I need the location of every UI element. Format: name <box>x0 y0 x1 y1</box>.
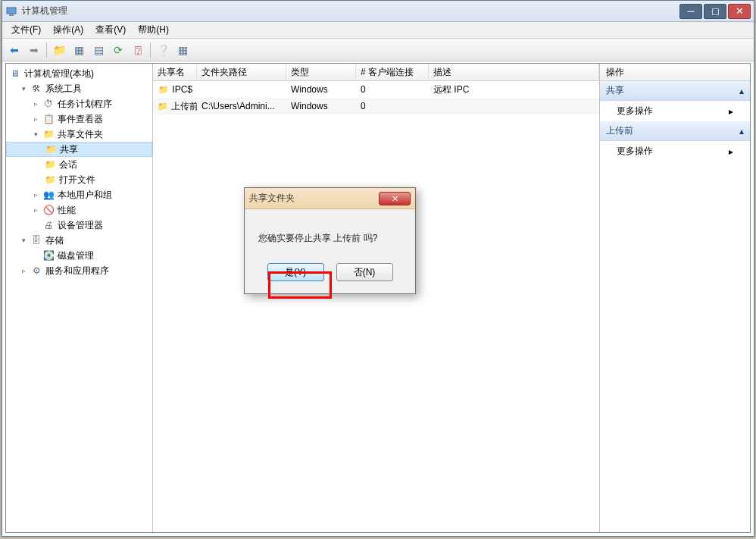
tree-disk[interactable]: 💽 磁盘管理 <box>6 248 152 263</box>
tree-label: 设备管理器 <box>58 219 103 232</box>
toolbar: ⬅ ➡ 📁 ▦ ▤ ⟳ ⍰ ❔ ▦ <box>2 39 754 61</box>
forward-button[interactable]: ➡ <box>25 41 43 59</box>
properties-button[interactable]: ⍰ <box>129 41 147 59</box>
share-row-icon: 📁 <box>158 83 169 96</box>
show-hide-button[interactable]: ▦ <box>70 41 88 59</box>
tree-sessions[interactable]: 📁 会话 <box>6 157 152 172</box>
yes-button[interactable]: 是(Y) <box>267 263 324 281</box>
tree-event[interactable]: ▹ 📋 事件查看器 <box>6 111 152 127</box>
col-type[interactable]: 类型 <box>286 64 356 80</box>
openfiles-icon: 📁 <box>44 174 56 186</box>
toggle-icon[interactable]: ▹ <box>20 267 28 275</box>
extra-button[interactable]: ▦ <box>173 41 192 59</box>
toggle-icon[interactable]: ▹ <box>32 191 40 199</box>
disk-icon: 💽 <box>42 249 55 262</box>
toggle-icon[interactable]: ▾ <box>20 85 28 93</box>
menu-help[interactable]: 帮助(H) <box>132 22 175 38</box>
confirm-dialog: 共享文件夹 ✕ 您确实要停止共享 上传前 吗? 是(Y) 否(N) <box>244 187 416 294</box>
dialog-titlebar[interactable]: 共享文件夹 ✕ <box>245 188 415 209</box>
tree-label: 共享 <box>60 143 78 156</box>
tree-systools[interactable]: ▾ 🛠 系统工具 <box>6 81 152 96</box>
no-button[interactable]: 否(N) <box>336 263 393 281</box>
tree-label: 存储 <box>45 234 64 247</box>
cell-path <box>197 88 286 91</box>
minimize-button[interactable]: ─ <box>679 4 702 19</box>
refresh-button[interactable]: ⟳ <box>109 41 127 59</box>
action-more-2[interactable]: 更多操作 ▸ <box>600 141 750 161</box>
close-button[interactable]: ✕ <box>728 4 751 19</box>
dialog-title: 共享文件夹 <box>249 192 379 205</box>
toggle-icon[interactable]: ▹ <box>32 115 40 124</box>
toolbar-separator <box>46 42 47 58</box>
menu-action[interactable]: 操作(A) <box>47 22 89 38</box>
toggle-icon[interactable]: ▹ <box>32 100 40 108</box>
action-group-shares[interactable]: 共享 ▴ <box>600 81 750 101</box>
action-group-upload[interactable]: 上传前 ▴ <box>600 121 750 141</box>
actions-panel: 操作 共享 ▴ 更多操作 ▸ 上传前 ▴ 更多操作 ▸ <box>600 64 750 532</box>
tree-storage[interactable]: ▾ 🗄 存储 <box>6 233 152 248</box>
cell-name: 📁 IPC$ <box>153 82 197 97</box>
tree-label: 任务计划程序 <box>58 98 112 111</box>
list-row[interactable]: 📁 上传前 C:\Users\Admini... Windows 0 <box>153 98 599 114</box>
tree-services[interactable]: ▹ ⚙ 服务和应用程序 <box>6 263 152 278</box>
tree-label: 会话 <box>59 158 77 171</box>
dialog-message: 您确实要停止共享 上传前 吗? <box>245 209 415 259</box>
collapse-icon: ▴ <box>739 86 744 96</box>
collapse-icon: ▴ <box>739 126 744 136</box>
tree-shares[interactable]: 📁 共享 <box>6 142 152 157</box>
back-button[interactable]: ⬅ <box>5 41 23 59</box>
tree-perf[interactable]: ▹ 🚫 性能 <box>6 202 152 218</box>
toggle-icon[interactable]: ▹ <box>32 206 40 215</box>
toolbar-separator-2 <box>150 42 151 58</box>
toggle-icon[interactable]: ▾ <box>32 130 40 139</box>
col-clients[interactable]: # 客户端连接 <box>356 64 429 80</box>
actions-title: 操作 <box>600 64 750 81</box>
maximize-button[interactable]: ◻ <box>704 4 726 19</box>
dialog-close-button[interactable]: ✕ <box>379 192 411 205</box>
tree-label: 服务和应用程序 <box>45 265 109 277</box>
toggle-spacer <box>32 252 40 260</box>
tree-label: 系统工具 <box>45 83 82 96</box>
tree-panel[interactable]: 🖥 计算机管理(本地) ▾ 🛠 系统工具 ▹ ⏱ 任务计划程序 ▹ 📋 事件查看… <box>6 64 153 532</box>
cell-type: Windows <box>286 83 356 96</box>
chevron-right-icon: ▸ <box>729 146 733 157</box>
cell-desc: 远程 IPC <box>429 82 599 98</box>
window-buttons: ─ ◻ ✕ <box>678 4 751 19</box>
menu-file[interactable]: 文件(F) <box>5 22 47 38</box>
col-name[interactable]: 共享名 <box>153 64 197 80</box>
cell-type: Windows <box>286 99 356 113</box>
tree-label: 共享文件夹 <box>58 128 103 141</box>
tree-device[interactable]: 🖨 设备管理器 <box>6 218 152 233</box>
tree-shared[interactable]: ▾ 📁 共享文件夹 <box>6 127 152 142</box>
tree-openfiles[interactable]: 📁 打开文件 <box>6 172 152 187</box>
tree-users[interactable]: ▹ 👥 本地用户和组 <box>6 187 152 202</box>
list-body[interactable]: 📁 IPC$ Windows 0 远程 IPC 📁 上传前 C:\Users\A… <box>153 81 599 532</box>
menu-view[interactable]: 查看(V) <box>89 22 132 38</box>
toggle-icon[interactable]: ▾ <box>20 237 28 245</box>
col-desc[interactable]: 描述 <box>429 64 599 80</box>
col-path[interactable]: 文件夹路径 <box>197 64 286 80</box>
list-row[interactable]: 📁 IPC$ Windows 0 远程 IPC <box>153 81 599 98</box>
share-row-icon: 📁 <box>158 100 168 112</box>
titlebar: 计算机管理 ─ ◻ ✕ <box>2 1 754 22</box>
yes-label: 是(Y) <box>285 266 306 279</box>
tree-root[interactable]: 🖥 计算机管理(本地) <box>6 66 152 81</box>
tree-label: 事件查看器 <box>58 113 103 126</box>
action-more-1[interactable]: 更多操作 ▸ <box>600 101 750 121</box>
services-icon: ⚙ <box>30 265 42 277</box>
tree-label: 磁盘管理 <box>58 249 94 262</box>
cell-text: IPC$ <box>172 84 192 95</box>
storage-icon: 🗄 <box>30 234 42 246</box>
menubar: 文件(F) 操作(A) 查看(V) 帮助(H) <box>2 22 754 39</box>
help-button[interactable]: ❔ <box>154 41 172 59</box>
clock-icon: ⏱ <box>42 98 55 110</box>
action-label: 更多操作 <box>617 145 653 158</box>
perf-icon: 🚫 <box>42 204 55 216</box>
cell-clients: 0 <box>356 99 429 113</box>
tools-icon: 🛠 <box>30 83 42 95</box>
up-button[interactable]: 📁 <box>50 41 68 59</box>
export-button[interactable]: ▤ <box>89 41 108 59</box>
session-icon: 📁 <box>44 158 56 171</box>
tree-task[interactable]: ▹ ⏱ 任务计划程序 <box>6 96 152 111</box>
window-title: 计算机管理 <box>22 5 678 17</box>
